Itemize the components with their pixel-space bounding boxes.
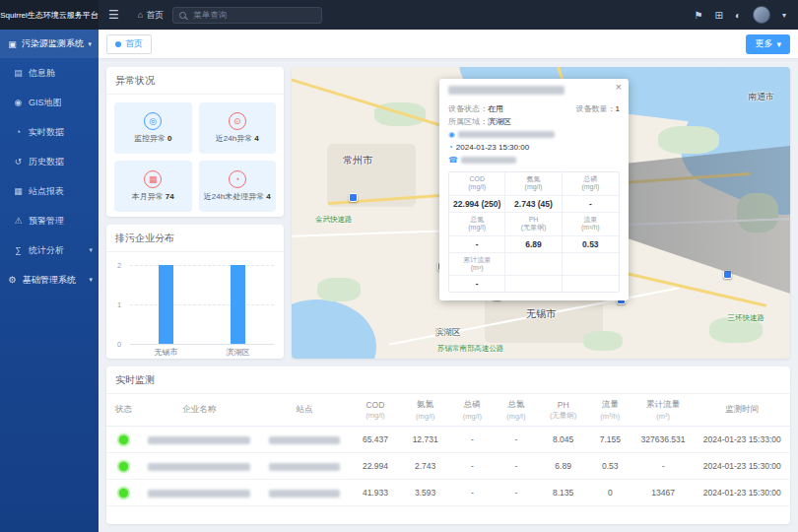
sidebar-system-title[interactable]: ▣ 污染源监测系统 ▾	[0, 30, 99, 58]
metric-value-ph: 6.89	[505, 235, 562, 252]
empty-cell	[505, 252, 562, 276]
stat-tile-24h-abnormal[interactable]: ⊙ 近24h异常4	[199, 102, 277, 154]
redacted-station-name	[269, 490, 340, 498]
sidebar-item-gis-map[interactable]: ◉ GIS地图	[0, 88, 99, 117]
empty-cell	[505, 275, 562, 292]
sidebar-item-base-management[interactable]: ⚙ 基础管理系统 ▾	[0, 265, 99, 295]
topbar-actions: ⚑ ⊞ ◐ ▾	[695, 6, 798, 24]
sidebar-item-alert-management[interactable]: ⚠ 预警管理	[0, 206, 99, 235]
sidebar-item-label: 实时数据	[29, 126, 64, 139]
sidebar-item-realtime-data[interactable]: ◔ 实时数据	[0, 117, 99, 147]
metric-unit: (m³/h)	[564, 224, 618, 232]
tn-cell: -	[495, 427, 539, 453]
table-row[interactable]: 41.933 3.593 - - 8.135 0 13467 2024-01-2…	[106, 480, 790, 506]
y-axis-tick: 2	[117, 261, 121, 270]
dashboard-icon: ▤	[13, 68, 24, 78]
popup-area-row: 所属区域：滨湖区	[448, 117, 620, 127]
company-cell	[140, 453, 258, 480]
breadcrumb-home[interactable]: ⌂ 首页	[129, 9, 172, 22]
lake-water	[292, 299, 376, 359]
stat-label: 近24h异常	[216, 134, 252, 143]
sidebar-item-label: 信息舱	[29, 67, 55, 80]
bar-wuxi	[159, 265, 173, 344]
hamburger-menu-icon[interactable]: ☰	[99, 8, 129, 22]
ph-cell: 8.045	[538, 427, 588, 453]
sidebar-item-station-report[interactable]: ▦ 站点报表	[0, 176, 99, 206]
map-label-wuxi: 无锡市	[526, 307, 556, 321]
bar-series	[130, 265, 274, 344]
chevron-down-icon: ▾	[88, 40, 92, 48]
menu-search-input[interactable]	[191, 9, 315, 21]
station-cell	[258, 480, 350, 506]
topbar: Squirrel生态环境云服务平台 ☰ ⌂ 首页 ⚑ ⊞ ◐ ▾	[0, 0, 798, 30]
metric-header-tp: 总磷(mg/l)	[563, 172, 619, 195]
stat-label: 本月异常	[132, 192, 164, 201]
search-icon	[179, 12, 186, 19]
realtime-monitor-card: 实时监测 状态 企业名称 站点 COD(mg/l) 氨氮(mg/l)	[106, 366, 790, 524]
company-cell	[140, 427, 258, 453]
avatar[interactable]	[753, 6, 770, 24]
sidebar-item-label: 预警管理	[29, 215, 64, 228]
col-tn: 总氮(mg/l)	[495, 394, 539, 427]
main-area: 首页 更多 ▾ 异常状况 ◎ 监控异常0 ⊙	[99, 30, 798, 532]
device-count-label: 设备数量：	[576, 104, 616, 113]
menu-search	[172, 7, 322, 24]
enterprise-distribution-card: 排污企业分布 2 1 0 无锡市 滨湖区	[106, 225, 284, 359]
report-time: ◔2024-01-23 15:30:00	[448, 143, 529, 153]
tp-cell: -	[450, 480, 495, 506]
breadcrumb-home-label: 首页	[146, 9, 164, 22]
gis-map[interactable]: 靖江市 南通市 常州市 无锡市 滨湖区 金武快速路 三环快速路 苏锡常南部高速公…	[292, 67, 790, 359]
sidebar-item-label: GIS地图	[29, 97, 62, 109]
system-icon: ▣	[7, 39, 18, 49]
chevron-down-icon: ▾	[89, 246, 93, 254]
cod-cell: 22.994	[351, 453, 401, 480]
map-label-binhu: 滨湖区	[435, 327, 461, 339]
stat-tile-monitor-abnormal[interactable]: ◎ 监控异常0	[114, 102, 192, 154]
status-normal-dot	[119, 462, 128, 471]
user-menu-caret-icon[interactable]: ▾	[782, 11, 786, 20]
pending-clock-icon: ◔	[229, 170, 246, 188]
popup-phone-row: ☎	[448, 156, 620, 166]
total-flow-cell: 13467	[632, 480, 695, 506]
chevron-down-icon: ▾	[776, 39, 781, 49]
home-icon: ⌂	[138, 10, 143, 20]
metric-unit: (mg/l)	[506, 183, 560, 191]
dashboard-content: 异常状况 ◎ 监控异常0 ⊙ 近24h异常4	[99, 59, 798, 532]
sidebar-item-history-data[interactable]: ↺ 历史数据	[0, 147, 99, 176]
stat-tile-24h-unhandled[interactable]: ◔ 近24h未处理异常4	[199, 161, 277, 212]
tab-home-label: 首页	[125, 37, 143, 50]
tn-cell: -	[495, 480, 539, 506]
stat-tile-month-abnormal[interactable]: ▦ 本月异常74	[114, 161, 192, 212]
station-info-popup: × 设备状态：在用 设备数量：1 所属区域：滨湖区	[439, 79, 629, 300]
badge-icon[interactable]: ⚑	[695, 10, 703, 21]
sidebar-item-statistics[interactable]: ∑ 统计分析 ▾	[0, 235, 99, 265]
x-axis-label: 无锡市	[155, 347, 178, 358]
stat-text: 近24h未处理异常4	[204, 191, 271, 202]
stat-value: 74	[166, 192, 174, 201]
col-flow: 流量(m³/h)	[588, 394, 632, 427]
map-label-nantong: 南通市	[748, 91, 774, 103]
sidebar-item-label: 站点报表	[29, 185, 64, 198]
theme-toggle-icon[interactable]: ◐	[735, 10, 741, 21]
device-area: 所属区域：滨湖区	[448, 117, 511, 127]
tab-home[interactable]: 首页	[106, 34, 152, 54]
table-row[interactable]: 65.437 12.731 - - 8.045 7.155 327636.531…	[106, 427, 790, 453]
ph-cell: 8.135	[538, 480, 588, 506]
stat-text: 监控异常0	[134, 133, 171, 144]
gear-icon: ⚙	[7, 275, 18, 285]
more-button[interactable]: 更多 ▾	[746, 34, 790, 54]
close-icon[interactable]: ×	[616, 82, 622, 93]
col-company: 企业名称	[140, 394, 258, 427]
status-cell	[106, 480, 140, 506]
metric-value-flow: 0.53	[563, 235, 619, 252]
stat-text: 本月异常74	[132, 191, 174, 202]
metric-header-tn: 总氮(mg/l)	[449, 212, 505, 235]
apps-grid-icon[interactable]: ⊞	[715, 10, 723, 21]
device-status-label: 设备状态：	[448, 104, 488, 113]
statistics-icon: ∑	[13, 245, 24, 255]
x-axis-labels: 无锡市 滨湖区	[130, 347, 274, 358]
sidebar-item-info-cabin[interactable]: ▤ 信息舱	[0, 58, 99, 88]
station-marker[interactable]	[349, 193, 358, 202]
table-row[interactable]: 22.994 2.743 - - 6.89 0.53 - 2024-01-23 …	[106, 453, 790, 480]
device-count: 设备数量：1	[576, 104, 620, 114]
